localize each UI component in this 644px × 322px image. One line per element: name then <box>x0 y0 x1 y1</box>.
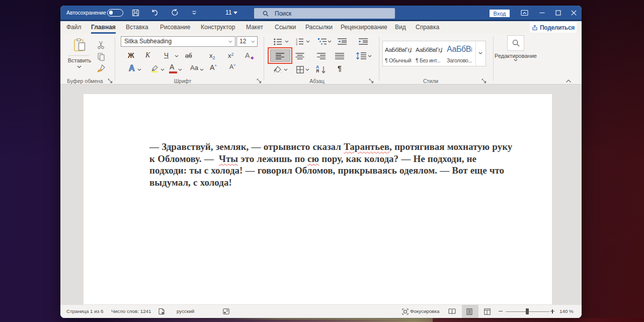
svg-text:3: 3 <box>296 43 297 45</box>
